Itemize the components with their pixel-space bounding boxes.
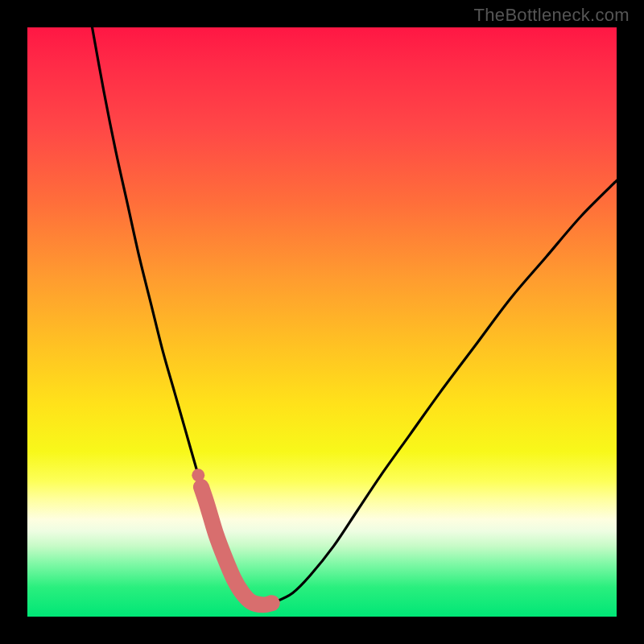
chart-frame: TheBottleneck.com [0, 0, 644, 644]
bottleneck-curve [93, 27, 617, 605]
chart-svg [27, 27, 617, 617]
watermark-text: TheBottleneck.com [474, 5, 630, 26]
highlight-dot [192, 469, 204, 481]
highlight-segment [201, 487, 272, 605]
plot-area [27, 27, 617, 617]
